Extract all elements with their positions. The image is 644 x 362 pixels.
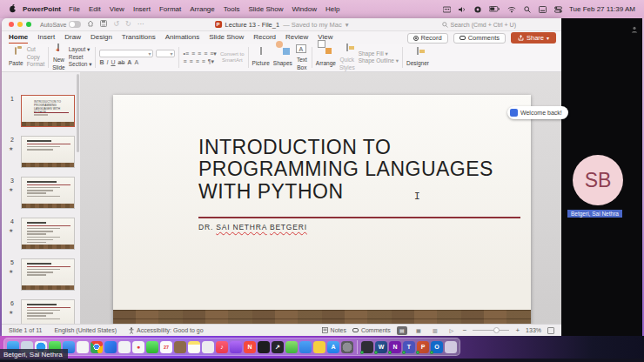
dock-icon-music[interactable]: ♪ [216, 341, 228, 353]
dock-icon-podcasts[interactable] [230, 341, 242, 353]
text-box-button[interactable]: A Text Box [296, 44, 308, 70]
tab-insert[interactable]: Insert [37, 31, 55, 44]
dock-icon-app-store[interactable]: A [327, 341, 339, 353]
layout-button[interactable]: Layout ▾ [69, 47, 92, 53]
slide-canvas[interactable]: INTRODUCTION TO PROGRAMMING LANGUAGES WI… [113, 95, 531, 344]
dock-icon-stocks[interactable]: ↗ [272, 341, 284, 353]
menu-item-file[interactable]: File [69, 5, 80, 13]
dock-icon-preview[interactable] [118, 341, 131, 353]
zoom-slider[interactable] [473, 330, 509, 331]
cut-button[interactable]: Cut [27, 47, 45, 53]
volume-icon[interactable] [459, 6, 466, 13]
undo-icon[interactable]: ↺ [113, 21, 119, 28]
tab-record[interactable]: Record [253, 31, 276, 44]
dock-icon-news[interactable]: N [244, 341, 256, 353]
tab-design[interactable]: Design [91, 31, 112, 44]
slide-thumbnail-4[interactable] [21, 218, 75, 250]
font-format-button-2[interactable]: U [111, 59, 115, 65]
alignment-button-3[interactable]: ≡ [202, 58, 205, 64]
paragraph-button-0[interactable]: •≡ [183, 50, 189, 57]
zoom-out-button[interactable]: − [463, 326, 467, 334]
language-indicator[interactable]: English (United States) [54, 327, 117, 333]
shapes-button[interactable]: Shapes [273, 48, 292, 66]
tab-transitions[interactable]: Transitions [122, 31, 156, 44]
dock-icon-calendar[interactable]: 27 [160, 341, 172, 353]
zoom-percentage[interactable]: 133% [526, 327, 541, 333]
dock-icon-tv[interactable] [258, 341, 270, 353]
section-button[interactable]: Section ▾ [69, 62, 92, 68]
quick-styles-button[interactable]: Quick Styles [339, 44, 355, 70]
designer-button[interactable]: Designer [406, 48, 429, 66]
dock-icon-onenote[interactable]: N [389, 341, 401, 353]
zoom-slider-knob[interactable] [493, 327, 500, 333]
share-button[interactable]: Share ▾ [511, 32, 556, 44]
menu-item-insert[interactable]: Insert [133, 5, 151, 13]
dock-icon-chrome[interactable] [91, 341, 103, 353]
dock-icon-photos[interactable] [77, 341, 89, 353]
save-icon[interactable] [100, 20, 107, 29]
dock-icon-numbers[interactable] [285, 341, 298, 353]
dock-icon-trash[interactable] [445, 341, 457, 353]
slide-thumbnail-5[interactable] [21, 258, 75, 291]
slide-thumbnail-2[interactable] [21, 136, 75, 168]
fit-slide-button[interactable] [547, 327, 554, 334]
copy-button[interactable]: Copy [27, 55, 45, 61]
slide-thumbnail-1[interactable]: INTRODUCTION TO PROGRAMMING LANGUAGES WI… [21, 95, 75, 127]
zoom-window-button[interactable] [26, 22, 31, 27]
alignment-button-1[interactable]: ≡ [190, 58, 193, 64]
search-field[interactable]: Search (Cmd + Ctrl + U) [442, 22, 516, 28]
dock-icon-system-settings[interactable] [341, 341, 353, 353]
reading-view-button[interactable]: ▥ [430, 326, 440, 335]
font-format-button-4[interactable]: A [127, 59, 131, 65]
normal-view-button[interactable]: ▤ [397, 326, 407, 335]
arrange-button[interactable]: Arrange [316, 48, 336, 66]
tab-home[interactable]: Home [9, 31, 28, 44]
menu-app-name[interactable]: PowerPoint [23, 5, 61, 13]
search-icon[interactable] [524, 6, 531, 13]
document-title[interactable]: P Lecture 13 - File_1 — Saved to my Mac … [215, 21, 349, 29]
alignment-button-0[interactable]: ≡ [183, 58, 186, 64]
paragraph-button-3[interactable]: ≡ [204, 50, 207, 57]
apple-menu-icon[interactable] [9, 3, 17, 15]
alignment-button-2[interactable]: ≡ [196, 58, 199, 64]
slide-author-text[interactable]: DR. SAI NETHRA BETGERI [198, 223, 307, 231]
autosave-toggle[interactable] [69, 21, 81, 28]
menu-item-format[interactable]: Format [159, 5, 181, 13]
slide-sorter-view-button[interactable]: ▦ [413, 326, 424, 335]
paragraph-button-4[interactable]: ≡▾ [210, 50, 217, 57]
comments-toggle-button[interactable]: Comments [352, 327, 391, 333]
font-format-button-1[interactable]: I [107, 59, 109, 65]
menu-item-window[interactable]: Window [292, 5, 316, 13]
dock-icon-downloads-folder[interactable] [174, 341, 186, 353]
dock-icon-shortcuts[interactable] [104, 341, 117, 353]
dock-icon-word[interactable]: W [375, 341, 387, 353]
font-format-button-3[interactable]: ab [118, 59, 125, 65]
shape-outline-button[interactable]: Shape Outline ▾ [359, 58, 399, 64]
dock-icon-outlook[interactable]: O [431, 341, 443, 353]
dock-icon-terminal[interactable] [361, 341, 373, 353]
new-slide-button[interactable]: New Slide [52, 44, 64, 70]
slide-title-text[interactable]: INTRODUCTION TO PROGRAMMING LANGUAGES WI… [198, 137, 503, 203]
tab-review[interactable]: Review [285, 31, 308, 44]
minimize-window-button[interactable] [17, 22, 23, 27]
picture-button[interactable]: Picture [252, 48, 270, 66]
font-size-select[interactable]: ▾ [156, 50, 175, 57]
home-icon[interactable] [87, 20, 94, 29]
panel-scrollbar[interactable] [77, 74, 79, 152]
title-chevron-icon[interactable]: ▾ [345, 21, 349, 29]
record-button[interactable]: Record [407, 33, 448, 44]
dock-icon-reminders[interactable] [202, 341, 214, 353]
dock-icon-maps[interactable]: ● [132, 341, 144, 353]
titlebar-overflow-icon[interactable]: ··· [138, 21, 144, 28]
dock-icon-teams[interactable]: T [403, 341, 415, 353]
wifi-icon[interactable] [507, 6, 516, 13]
accessibility-indicator[interactable]: Accessibility: Good to go [129, 327, 204, 334]
paragraph-button-2[interactable]: ≡ [198, 50, 201, 57]
slide-thumbnail-3[interactable] [21, 177, 75, 209]
tab-animations[interactable]: Animations [165, 31, 200, 44]
shape-fill-button[interactable]: Shape Fill ▾ [359, 51, 399, 57]
dock-icon-facetime[interactable] [146, 341, 158, 353]
redo-icon[interactable]: ↻ [125, 21, 131, 28]
paragraph-button-1[interactable]: ≡ [191, 50, 195, 57]
menu-item-view[interactable]: View [110, 5, 124, 13]
